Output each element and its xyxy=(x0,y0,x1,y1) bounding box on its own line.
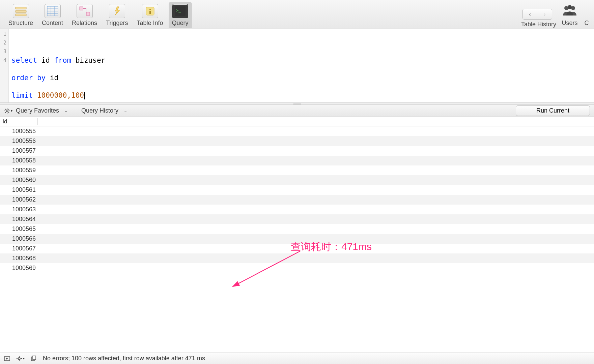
table-row[interactable]: 1000569 xyxy=(0,263,594,273)
split-handle[interactable] xyxy=(0,103,594,105)
table-row[interactable]: 1000556 xyxy=(0,136,594,146)
table-row[interactable]: 1000565 xyxy=(0,224,594,234)
table-row[interactable]: 1000560 xyxy=(0,175,594,185)
cell-id: 1000561 xyxy=(12,186,36,193)
main-toolbar: Structure Content Relations Triggers xyxy=(0,0,594,29)
tab-label: C xyxy=(585,20,589,27)
cell-id: 1000568 xyxy=(12,255,36,262)
run-current-button[interactable]: Run Current xyxy=(516,105,590,116)
cell-id: 1000560 xyxy=(12,177,36,184)
svg-rect-14 xyxy=(149,11,151,14)
cell-id: 1000559 xyxy=(12,167,36,174)
svg-point-19 xyxy=(568,5,572,9)
cell-id: 1000566 xyxy=(12,235,36,242)
status-gear-button[interactable]: ▾ xyxy=(16,356,25,362)
table-row[interactable]: 1000561 xyxy=(0,185,594,195)
svg-rect-0 xyxy=(16,7,26,9)
tab-label: Content xyxy=(42,20,63,27)
tab-content[interactable]: Content xyxy=(38,2,66,28)
gear-icon xyxy=(4,108,10,114)
users-icon xyxy=(562,4,578,18)
results-header: id xyxy=(0,117,594,126)
tab-tableinfo[interactable]: Table Info xyxy=(133,2,166,28)
table-row[interactable]: 1000566 xyxy=(0,234,594,244)
relations-icon xyxy=(77,4,93,18)
tab-relations[interactable]: Relations xyxy=(68,2,101,28)
tab-label: Relations xyxy=(72,20,97,27)
svg-point-31 xyxy=(18,358,20,360)
svg-text:>_: >_ xyxy=(176,8,181,13)
line-number: 2 xyxy=(3,38,6,47)
cell-id: 1000558 xyxy=(12,157,36,164)
table-row[interactable]: 1000559 xyxy=(0,165,594,175)
code-area[interactable]: select id from bizuser order by id limit… xyxy=(9,29,108,102)
tab-label: Users xyxy=(562,20,577,27)
gear-icon xyxy=(16,356,22,362)
tab-label: Triggers xyxy=(106,20,128,27)
nav-forward-button[interactable]: › xyxy=(537,9,552,20)
svg-rect-37 xyxy=(33,356,36,360)
svg-marker-11 xyxy=(115,7,120,16)
panel-icon xyxy=(4,356,10,362)
query-icon: >_ xyxy=(172,4,188,18)
cell-id: 1000564 xyxy=(12,216,36,223)
svg-line-26 xyxy=(8,112,9,113)
cell-id: 1000569 xyxy=(12,265,36,272)
cell-id: 1000567 xyxy=(12,245,36,252)
cell-id: 1000563 xyxy=(12,206,36,213)
table-history-label: Table History xyxy=(521,21,556,28)
table-row[interactable]: 1000555 xyxy=(0,126,594,136)
panel-toggle-button[interactable] xyxy=(4,356,10,362)
table-row[interactable]: 1000568 xyxy=(0,253,594,263)
line-number: 3 xyxy=(3,47,6,56)
svg-line-28 xyxy=(8,109,9,110)
status-bar: ▾ No errors; 100 rows affected, first ro… xyxy=(0,353,594,364)
table-row[interactable]: 1000563 xyxy=(0,205,594,214)
code-line xyxy=(11,38,105,47)
svg-point-20 xyxy=(6,110,8,112)
svg-rect-1 xyxy=(16,10,26,12)
line-number: 4 xyxy=(3,56,6,65)
svg-line-25 xyxy=(5,109,6,110)
tab-triggers[interactable]: Triggers xyxy=(103,2,131,28)
table-row[interactable]: 1000558 xyxy=(0,156,594,165)
table-row[interactable]: 1000562 xyxy=(0,195,594,205)
console-icon xyxy=(583,4,590,18)
tab-label: Structure xyxy=(8,20,33,27)
table-row[interactable]: 1000564 xyxy=(0,214,594,224)
results-grid[interactable]: 1000555100055610005571000558100055910005… xyxy=(0,126,594,353)
sql-editor[interactable]: 1 2 3 4 select id from bizuser order by … xyxy=(0,29,594,103)
svg-rect-10 xyxy=(86,12,90,16)
cell-id: 1000562 xyxy=(12,196,36,203)
table-row[interactable]: 1000557 xyxy=(0,146,594,156)
content-icon xyxy=(45,4,61,18)
tab-structure[interactable]: Structure xyxy=(5,2,36,28)
code-line: order by id xyxy=(11,73,105,82)
chevron-left-icon: ‹ xyxy=(529,11,531,18)
text-cursor xyxy=(84,92,85,99)
svg-rect-9 xyxy=(80,7,83,10)
tab-c[interactable]: C xyxy=(581,3,590,28)
column-header-id[interactable]: id xyxy=(3,118,38,125)
cell-id: 1000557 xyxy=(12,147,36,154)
copy-results-button[interactable] xyxy=(31,356,37,362)
table-history-nav: ‹ › xyxy=(522,9,552,20)
structure-icon xyxy=(13,4,29,18)
tab-query[interactable]: >_ Query xyxy=(169,2,192,28)
status-message: No errors; 100 rows affected, first row … xyxy=(43,355,205,362)
code-line: limit 1000000,100 xyxy=(11,91,105,100)
nav-back-button[interactable]: ‹ xyxy=(522,9,537,20)
tab-users[interactable]: Users xyxy=(559,3,581,28)
tableinfo-icon xyxy=(142,4,158,18)
cell-id: 1000555 xyxy=(12,128,36,135)
code-line: select id from bizuser xyxy=(11,56,105,65)
svg-point-13 xyxy=(149,9,151,10)
chevron-right-icon: › xyxy=(543,11,545,18)
svg-rect-2 xyxy=(16,14,26,16)
copy-icon xyxy=(31,356,37,362)
table-row[interactable]: 1000567 xyxy=(0,244,594,253)
line-number: 1 xyxy=(3,30,6,38)
tool-tabs: Structure Content Relations Triggers xyxy=(4,2,193,28)
caret-down-icon: ▾ xyxy=(23,357,25,360)
tab-label: Table Info xyxy=(137,20,163,27)
